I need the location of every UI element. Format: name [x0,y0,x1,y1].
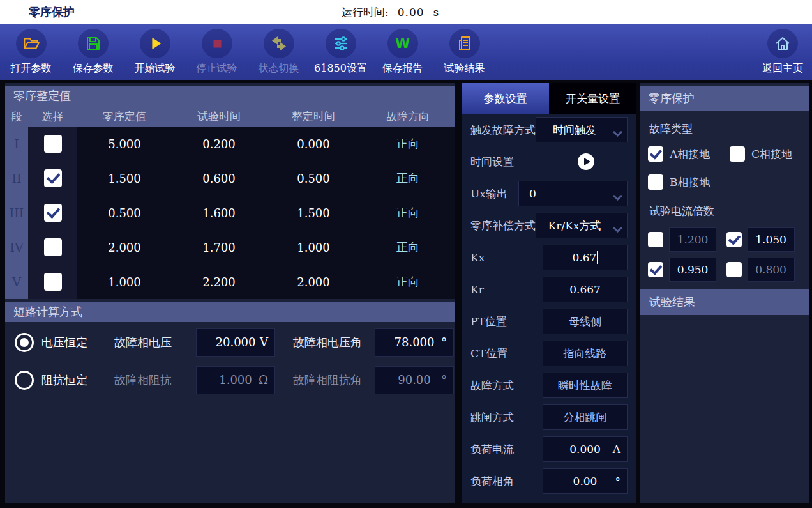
save-params-button[interactable]: 保存参数 [62,24,124,80]
kr-input[interactable]: 0.667 [543,277,628,302]
open-params-button[interactable]: 打开参数 [0,24,62,80]
toolbar-label: 状态切换 [259,62,299,75]
multiple-1050-checkbox[interactable] [726,232,742,247]
impedance-constant-radio[interactable] [15,371,34,390]
multiple-1050: 1.050 [726,227,805,252]
toolbar: 打开参数 保存参数 开始试验 停止试验 [0,24,812,80]
col-header-segment: 段 [5,109,28,124]
multiple-0800-value[interactable]: 0.800 [748,258,795,282]
col-header-testtime: 试验时间 [172,109,266,124]
cell-testtime[interactable]: 1.600 [172,206,266,220]
unit-label: ° [615,475,621,488]
cell-setvalue[interactable]: 1.500 [77,172,172,185]
cell-direction[interactable]: 正向 [361,205,455,220]
multiple-0800-checkbox[interactable] [726,262,742,277]
cell-setvalue[interactable]: 2.000 [77,241,172,254]
fault-a-checkbox[interactable] [648,146,663,162]
fault-type-a: A相接地 [648,146,730,162]
compensation-mode-label: 零序补偿方式 [470,219,536,233]
load-current-input[interactable]: 0.000 A [543,436,628,462]
row-select-checkbox[interactable] [44,135,62,153]
multiple-1200-checkbox[interactable] [648,232,663,247]
toolbar-label: 61850设置 [314,62,367,75]
tab-parameter-settings[interactable]: 参数设置 [462,83,549,114]
chevron-down-icon [613,222,622,235]
stop-icon [202,29,232,58]
return-home-button[interactable]: 返回主页 [753,24,812,80]
cell-settime[interactable]: 1.500 [266,206,361,220]
col-header-settime: 整定时间 [266,109,361,124]
ux-output-row: Ux输出 0 [462,178,636,210]
time-setting-row: 时间设置 [462,146,636,178]
cell-testtime[interactable]: 0.200 [172,137,266,151]
ct-position-button[interactable]: 指向线路 [543,341,628,366]
pt-position-button[interactable]: 母线侧 [543,309,628,334]
time-setting-play-button[interactable] [578,153,594,170]
ux-output-select[interactable]: 0 [518,181,628,206]
row-select-checkbox[interactable] [44,238,62,256]
cell-setvalue[interactable]: 0.500 [77,206,172,220]
parameter-tabs: 参数设置 开关量设置 [462,83,636,114]
runtime-display: 运行时间: 0.00 s [342,0,439,24]
protection-panel-header: 零序保护 [640,86,809,111]
trigger-mode-row: 触发故障方式 时间触发 [462,114,636,146]
compensation-mode-select[interactable]: Kr/Kx方式 [536,213,628,238]
row-select-checkbox[interactable] [44,204,62,222]
tab-switch-settings[interactable]: 开关量设置 [549,83,636,114]
cell-settime[interactable]: 1.000 [266,241,361,254]
cell-direction[interactable]: 正向 [361,171,455,186]
fault-impedance-input: 1.000 Ω [196,366,275,394]
fault-c-checkbox[interactable] [730,146,745,162]
letter-w-icon: W [387,29,418,58]
table-header-row: 段 选择 零序定值 试验时间 整定时间 故障方向 [5,106,455,127]
load-angle-input[interactable]: 0.00 ° [543,468,628,494]
cell-settime[interactable]: 2.000 [266,275,361,289]
cell-direction[interactable]: 正向 [361,274,455,289]
kx-input[interactable]: 0.67 [543,245,628,270]
row-select-checkbox[interactable] [44,273,62,291]
play-icon [140,29,170,58]
save-floppy-icon [78,29,109,58]
iec61850-settings-button[interactable]: 61850设置 [310,24,372,80]
cell-direction[interactable]: 正向 [361,240,455,255]
fault-voltage-angle-label: 故障相电压角 [293,335,367,350]
fault-mode-button[interactable]: 瞬时性故障 [543,373,628,398]
cell-testtime[interactable]: 2.200 [172,275,266,289]
multiple-1050-value[interactable]: 1.050 [748,227,795,252]
trip-mode-label: 跳闸方式 [470,410,543,425]
cell-settime[interactable]: 0.000 [266,137,361,151]
pt-position-label: PT位置 [470,314,543,329]
cell-direction[interactable]: 正向 [361,136,455,151]
multiple-0950-checkbox[interactable] [648,262,663,277]
fault-b-checkbox[interactable] [648,174,663,190]
trip-mode-button[interactable]: 分相跳闸 [543,404,628,430]
start-test-button[interactable]: 开始试验 [124,24,186,80]
toolbar-label: 停止试验 [197,62,237,75]
cell-setvalue[interactable]: 5.000 [77,137,172,151]
section-header-short-circuit: 短路计算方式 [5,302,455,322]
trigger-mode-select[interactable]: 时间触发 [536,117,628,142]
time-setting-label: 时间设置 [470,155,544,169]
trip-mode-row: 跳闸方式 分相跳闸 [462,401,636,433]
runtime-value: 0.00 [398,6,425,19]
settings-panel: 零序整定值 段 选择 零序定值 试验时间 整定时间 故障方向 I 5.000 0… [5,83,455,503]
cell-testtime[interactable]: 1.700 [172,241,266,254]
cell-testtime[interactable]: 0.600 [172,172,266,185]
voltage-constant-radio[interactable] [15,333,34,352]
cell-setvalue[interactable]: 1.000 [77,275,172,289]
ux-output-label: Ux输出 [470,187,518,201]
row-select-checkbox[interactable] [44,169,62,187]
fault-voltage-input[interactable]: 20.000 V [196,328,275,357]
multiple-1200: 1.200 [648,227,726,252]
fault-voltage-angle-input[interactable]: 78.000 ° [375,328,454,357]
text-cursor [597,251,598,264]
test-results-button[interactable]: 试验结果 [433,24,495,80]
current-multiple-label: 试验电流倍数 [649,204,809,219]
multiple-1200-value[interactable]: 1.200 [669,227,716,252]
multiple-0950-value[interactable]: 0.950 [669,258,716,282]
swap-arrows-icon [264,29,294,58]
cell-settime[interactable]: 0.500 [266,172,361,185]
multiple-0800: 0.800 [726,258,805,282]
save-report-button[interactable]: W 保存报告 [372,24,433,80]
kx-row: Kx 0.67 [462,242,636,273]
